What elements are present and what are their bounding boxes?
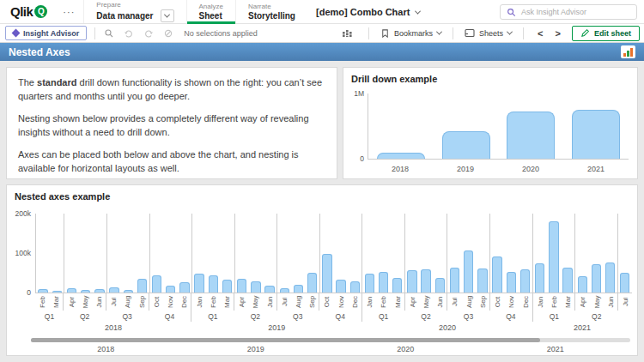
month-label[interactable]: Sep (478, 296, 486, 308)
month-label[interactable]: Mar (222, 296, 230, 308)
nested-bar[interactable] (365, 274, 374, 293)
nav-narrate[interactable]: Narrate Storytelling (235, 0, 307, 23)
nested-bar[interactable] (194, 274, 204, 293)
month-label[interactable]: Jun (606, 297, 614, 308)
chart-scrollbar-thumb[interactable] (31, 338, 540, 342)
nav-prepare[interactable]: Prepare Data manager (83, 0, 185, 23)
month-label[interactable]: Nov (167, 296, 174, 308)
month-label[interactable]: May (422, 295, 430, 308)
previous-sheet-button[interactable]: < (532, 28, 549, 39)
month-label[interactable]: Aug (124, 296, 131, 308)
nested-bar[interactable] (450, 268, 459, 293)
nested-bar[interactable] (109, 287, 118, 293)
nested-bar[interactable] (578, 276, 587, 293)
quarter-label[interactable]: Q4 (149, 311, 191, 322)
month-label[interactable]: Feb (550, 296, 557, 308)
year-label[interactable]: 2018 (35, 322, 191, 333)
nested-bar[interactable] (464, 250, 473, 293)
nested-bar[interactable] (322, 254, 331, 293)
drill-x-label[interactable]: 2018 (368, 165, 433, 173)
month-label[interactable]: Jun (436, 297, 444, 308)
month-label[interactable]: Oct (152, 297, 160, 307)
overview-year-label[interactable]: 2019 (181, 345, 331, 356)
month-label[interactable]: Apr (67, 297, 75, 307)
nested-bar[interactable] (152, 275, 161, 293)
quarter-label[interactable]: Q2 (404, 311, 447, 322)
month-label[interactable]: Nov (337, 296, 344, 308)
month-label[interactable]: Oct (494, 297, 501, 307)
nested-bar[interactable] (67, 288, 76, 293)
nested-bar[interactable] (492, 256, 501, 293)
assets-grid-icon[interactable] (341, 28, 353, 39)
month-label[interactable]: Jan (195, 297, 203, 308)
drill-bar-2020[interactable] (507, 112, 555, 159)
nested-bar[interactable] (392, 278, 402, 293)
month-label[interactable]: Jan (366, 297, 374, 308)
month-label[interactable]: Nov (507, 296, 515, 308)
nested-bar[interactable] (520, 269, 530, 293)
nested-bar[interactable] (124, 290, 133, 293)
month-label[interactable]: Jan (536, 297, 544, 308)
month-label[interactable]: Apr (408, 297, 416, 307)
insight-advisor-button[interactable]: Insight Advisor (5, 26, 87, 40)
chart-scrollbar[interactable] (31, 338, 630, 342)
quarter-label[interactable]: Q2 (575, 311, 617, 322)
year-label[interactable]: 2019 (191, 322, 362, 333)
quarter-label[interactable]: Q2 (234, 311, 276, 322)
step-back-icon[interactable] (123, 28, 135, 39)
year-label[interactable]: 2020 (362, 322, 533, 333)
month-label[interactable]: Mar (393, 296, 401, 308)
drill-bar-2019[interactable] (442, 131, 490, 159)
clear-selections-icon[interactable] (162, 28, 174, 39)
nested-bar[interactable] (209, 275, 218, 293)
nested-bar[interactable] (350, 281, 360, 293)
month-label[interactable]: Mar (52, 296, 60, 308)
month-label[interactable]: May (81, 295, 88, 308)
quarter-label[interactable]: Q3 (276, 311, 319, 322)
nested-bar[interactable] (605, 262, 615, 293)
month-label[interactable]: Jun (265, 297, 273, 308)
quarter-label[interactable]: Q1 (361, 311, 404, 322)
month-label[interactable]: Dec (350, 296, 358, 308)
month-label[interactable]: Jul (110, 298, 118, 306)
quarter-label[interactable]: Q1 (191, 311, 234, 322)
month-label[interactable]: Aug (295, 296, 302, 308)
month-label[interactable]: Feb (39, 296, 46, 308)
nested-bar[interactable] (307, 273, 317, 293)
nested-bar[interactable] (280, 288, 289, 293)
drill-x-label[interactable]: 2021 (563, 165, 629, 173)
drill-bar-2018[interactable] (377, 153, 425, 159)
nested-bar[interactable] (535, 263, 544, 293)
nested-bar[interactable] (421, 269, 430, 293)
month-label[interactable]: Dec (180, 296, 188, 308)
quarter-label[interactable]: Q1 (35, 311, 64, 322)
nested-bar[interactable] (264, 286, 274, 293)
month-label[interactable]: Feb (380, 296, 387, 308)
sheets-menu[interactable]: Sheets (461, 28, 515, 38)
nested-bar[interactable] (251, 281, 260, 293)
nested-bar[interactable] (620, 273, 629, 293)
nested-bar[interactable] (237, 279, 246, 293)
quarter-label[interactable]: Q3 (447, 311, 489, 322)
nested-bar[interactable] (379, 272, 388, 293)
smart-search-icon[interactable] (103, 28, 115, 39)
sheet-thumbnail-chart-icon[interactable] (621, 45, 635, 58)
qlik-logo[interactable]: Qlik Q (0, 0, 54, 23)
nested-bar[interactable] (435, 278, 445, 293)
app-title-menu[interactable]: [demo] Combo Chart (316, 0, 420, 24)
overview-year-label[interactable]: 2018 (31, 345, 181, 356)
nested-bar[interactable] (592, 264, 601, 293)
bookmarks-menu[interactable]: Bookmarks (377, 28, 445, 39)
month-label[interactable]: Sep (308, 296, 316, 308)
nested-bar[interactable] (507, 272, 516, 293)
month-label[interactable]: Jul (622, 298, 629, 306)
quarter-label[interactable]: Q4 (319, 311, 361, 322)
month-label[interactable]: Sep (137, 296, 145, 308)
month-label[interactable]: Dec (521, 296, 529, 308)
nested-bar[interactable] (179, 282, 189, 293)
month-label[interactable]: May (592, 295, 600, 308)
quarter-label[interactable] (617, 311, 631, 322)
quarter-label[interactable]: Q2 (64, 311, 106, 322)
prepare-dropdown-button[interactable] (161, 9, 174, 22)
drill-x-label[interactable]: 2020 (498, 165, 563, 173)
